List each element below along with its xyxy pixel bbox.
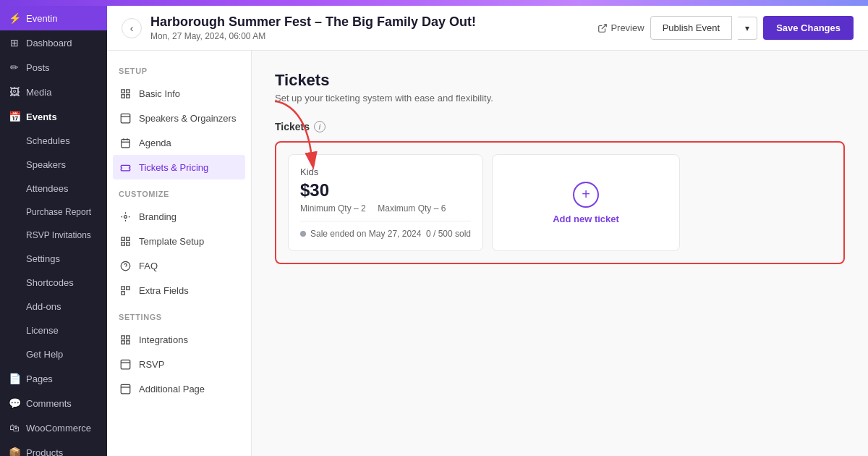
svg-rect-14 [121,242,124,245]
ticket-card-kids: Kids $30 Minimum Qty – 2 Maximum Qty – 6 [288,154,483,251]
nav-item-faq[interactable]: FAQ [107,253,251,278]
publish-event-button[interactable]: Publish Event [650,16,733,40]
svg-rect-13 [126,237,129,240]
sidebar-item-posts[interactable]: ✏ Posts [0,55,107,80]
chevron-down-icon: ▾ [745,23,749,33]
ticket-qty: Minimum Qty – 2 Maximum Qty – 6 [300,203,471,214]
svg-rect-5 [121,114,130,123]
svg-rect-18 [121,286,124,289]
sidebar: ⚡ Eventin ⊞ Dashboard ✏ Posts 🖼 Media 📅 … [0,6,107,456]
svg-rect-12 [121,237,124,240]
eventin-icon: ⚡ [9,12,20,24]
save-changes-button[interactable]: Save Changes [763,16,854,40]
faq-icon [119,259,132,272]
preview-link[interactable]: Preview [597,22,644,33]
nav-item-basic-info[interactable]: Basic Info [107,81,251,106]
products-icon: 📦 [9,447,20,456]
nav-item-branding[interactable]: Branding [107,204,251,229]
svg-point-11 [124,215,127,218]
nav-item-speakers-organizers[interactable]: Speakers & Orgainzers [107,106,251,130]
nav-item-additional-page[interactable]: Additional Page [107,376,251,401]
nav-item-agenda[interactable]: Agenda [107,130,251,155]
add-ticket-label: Add new ticket [553,214,619,224]
ticket-name: Kids [300,166,471,177]
svg-rect-3 [121,94,124,97]
event-date: Mon, 27 May, 2024, 06:00 AM [150,31,589,41]
woocommerce-icon: 🛍 [9,422,20,434]
content-body: Setup Basic Info Speakers & Orgainzers [107,51,868,456]
sidebar-item-license[interactable]: License [0,318,107,342]
basic-info-icon [119,87,132,100]
sidebar-item-products[interactable]: 📦 Products [0,440,107,456]
top-bar [0,0,868,6]
sale-status: Sale ended on May 27, 2024 [300,229,421,239]
header-actions: Preview Publish Event ▾ Save Changes [597,16,854,40]
tickets-container: Kids $30 Minimum Qty – 2 Maximum Qty – 6 [275,141,845,264]
template-setup-icon [119,235,132,248]
nav-item-tickets-pricing[interactable]: Tickets & Pricing [113,155,245,180]
svg-rect-24 [126,340,129,343]
svg-rect-1 [121,89,124,92]
add-ticket-card[interactable]: + Add new ticket [492,154,680,251]
additional-page-icon [119,382,132,395]
publish-dropdown-button[interactable]: ▾ [738,17,757,40]
main-content: ‹ Harborough Summer Fest – The Big Famil… [107,6,868,456]
sidebar-item-purchase-report[interactable]: Purchase Report [0,200,107,224]
svg-rect-7 [121,139,129,147]
app-layout: ⚡ Eventin ⊞ Dashboard ✏ Posts 🖼 Media 📅 … [0,6,868,456]
extra-fields-icon [119,284,132,297]
sidebar-item-settings[interactable]: Settings [0,247,107,271]
sidebar-item-events[interactable]: 📅 Events [0,104,107,129]
branding-icon [119,210,132,223]
svg-rect-21 [121,335,124,338]
svg-rect-2 [126,89,129,92]
customize-section-title: Customize [107,185,251,204]
posts-icon: ✏ [9,62,20,73]
sidebar-item-rsvp[interactable]: RSVP Invitations [0,224,107,247]
info-icon: i [314,121,326,132]
integrations-icon [119,333,132,346]
sidebar-item-shortcodes[interactable]: Shortcodes [0,271,107,295]
nav-item-integrations[interactable]: Integrations [107,327,251,352]
dashboard-icon: ⊞ [9,37,20,48]
svg-rect-23 [121,340,124,343]
sidebar-item-media[interactable]: 🖼 Media [0,80,107,104]
event-header: ‹ Harborough Summer Fest – The Big Famil… [107,6,868,51]
sidebar-item-woocommerce[interactable]: 🛍 WooCommerce [0,415,107,440]
svg-line-0 [602,24,606,28]
nav-item-rsvp[interactable]: RSVP [107,352,251,376]
ticket-price: $30 [300,180,471,200]
tickets-pricing-icon [119,161,132,174]
sidebar-item-dashboard[interactable]: ⊞ Dashboard [0,30,107,55]
settings-section-title: Settings [107,308,251,327]
event-title: Harborough Summer Fest – The Big Family … [150,14,589,30]
page-content: Tickets Set up your ticketing system wit… [252,51,868,456]
svg-rect-27 [121,384,130,394]
events-icon: 📅 [9,111,20,122]
sidebar-item-comments[interactable]: 💬 Comments [0,391,107,415]
agenda-icon [119,136,132,149]
event-title-block: Harborough Summer Fest – The Big Family … [150,14,589,41]
sidebar-item-speakers[interactable]: Speakers [0,153,107,177]
sidebar-item-attendees[interactable]: Attendees [0,177,107,200]
sidebar-item-get-help[interactable]: Get Help [0,342,107,366]
setup-section-title: Setup [107,62,251,81]
add-ticket-icon: + [573,182,599,208]
sidebar-item-addons[interactable]: Add-ons [0,295,107,318]
sidebar-item-pages[interactable]: 📄 Pages [0,366,107,391]
nav-item-extra-fields[interactable]: Extra Fields [107,278,251,303]
page-subtitle: Set up your ticketing system with ease a… [275,93,845,104]
sidebar-item-eventin[interactable]: ⚡ Eventin [0,6,107,30]
back-button[interactable]: ‹ [122,18,142,38]
svg-rect-4 [126,94,129,97]
sidebar-item-schedules[interactable]: Schedules [0,129,107,153]
sold-count: 0 / 500 sold [426,229,471,239]
svg-rect-19 [126,286,129,289]
tickets-section-label: Tickets i [275,121,845,132]
nav-item-template-setup[interactable]: Template Setup [107,229,251,253]
external-link-icon [597,23,608,33]
svg-rect-20 [121,291,124,294]
status-dot [300,231,306,237]
svg-rect-25 [121,360,130,369]
left-nav: Setup Basic Info Speakers & Orgainzers [107,51,252,456]
